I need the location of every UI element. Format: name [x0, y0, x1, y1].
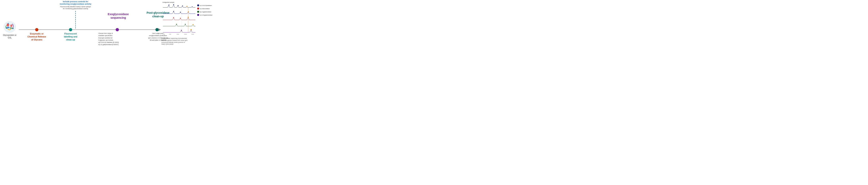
protein-structure-image	[3, 20, 17, 34]
svg-point-19	[173, 17, 174, 18]
svg-point-17	[180, 12, 181, 12]
step1-label: Enzymatic orChemical Releaseof Glycans	[25, 32, 49, 41]
svg-point-18	[188, 11, 189, 12]
svg-point-11	[173, 4, 174, 5]
svg-text:20:00: 20:00	[184, 34, 187, 35]
exoglycosidase-label: Exoglycosidasesequencing	[106, 12, 130, 20]
legend-item-alpha-galactosidase: α(1-3,6)galactosidase	[197, 14, 214, 16]
svg-point-24	[193, 24, 194, 25]
legend-label-fucosidase: α(1-6)fucosidase	[200, 8, 210, 9]
callout-title: Include process controls formonitoring e…	[59, 0, 92, 5]
legend-item-sialidase: α(1-3,6,8,9)sialidase	[197, 4, 214, 6]
step2-label: Fluorescentlabelling andclean-up	[58, 32, 84, 41]
callout-subtitle: Fluorescently labelled Galα(1-3)Gal epit…	[59, 6, 92, 10]
callout-box: Include process controls formonitoring e…	[59, 0, 92, 10]
svg-point-23	[185, 24, 186, 25]
svg-point-22	[176, 24, 177, 25]
legend-circle-fucosidase	[197, 7, 199, 9]
svg-text:30:00: 30:00	[191, 34, 194, 35]
undigested-label: Undigested sample	[162, 2, 174, 3]
legend-circle-beta-galactosidase	[197, 11, 199, 13]
callout-dashed-line	[75, 11, 76, 28]
svg-text:0.00: 0.00	[163, 34, 165, 35]
svg-point-12	[178, 5, 179, 6]
glycoprotein-section: Glycoprotein or GSL	[1, 20, 19, 39]
legend-label-beta-galactosidase: β(1-4)galactosidase	[200, 11, 211, 12]
right-panel: Undigested sample	[160, 0, 217, 46]
timeline-line	[19, 29, 160, 30]
svg-point-10	[168, 5, 169, 5]
step3-notes: Choose from range of available specifici…	[98, 32, 137, 46]
step1-dot	[35, 28, 38, 31]
legend-label-sialidase: α(1-3,6,8,9)sialidase	[200, 5, 212, 6]
svg-point-14	[186, 6, 187, 7]
svg-point-20	[180, 18, 181, 19]
svg-text:10:00: 10:00	[177, 34, 179, 35]
svg-point-4	[12, 28, 13, 29]
legend-item-beta-galactosidase: β(1-4)galactosidase	[197, 11, 214, 13]
svg-point-16	[173, 11, 174, 12]
chromatogram-svg: 0.00 5:00 10:00 20:00 30:00	[161, 4, 203, 35]
legend-container: α(1-3,6,8,9)sialidase α(1-6)fucosidase β…	[197, 4, 214, 17]
main-container: Glycoprotein or GSL Include process cont…	[0, 0, 217, 46]
step2-dot	[69, 28, 72, 31]
svg-text:5:00: 5:00	[169, 34, 171, 35]
svg-point-26	[191, 29, 192, 30]
legend-label-alpha-galactosidase: α(1-3,6)galactosidase	[200, 14, 213, 16]
svg-point-3	[8, 23, 9, 24]
step4-dot	[155, 28, 159, 31]
caption: Exoglycosidase sequencing of procainamid…	[161, 37, 216, 45]
legend-item-fucosidase: α(1-6)fucosidase	[197, 7, 214, 9]
step3-dot	[116, 28, 119, 31]
legend-circle-alpha-galactosidase	[197, 14, 199, 16]
svg-point-15	[192, 6, 193, 7]
caption-text: Exoglycosidase sequencing of procainamid…	[161, 37, 188, 45]
glycoprotein-label: Glycoprotein or GSL	[1, 34, 19, 39]
legend-circle-sialidase	[197, 4, 199, 6]
svg-point-13	[182, 6, 183, 6]
